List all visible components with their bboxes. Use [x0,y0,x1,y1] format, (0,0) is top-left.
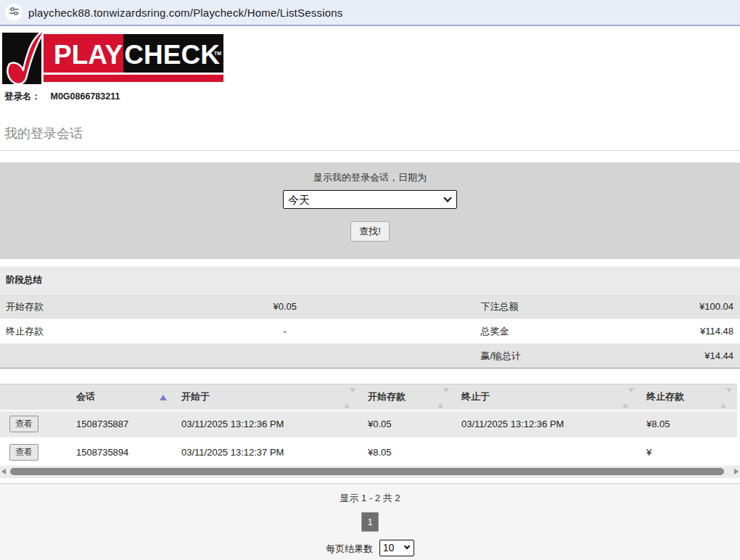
summary-label: 赢/输总计 [459,344,607,368]
logo-checkmark-box [2,33,41,84]
logo-text-check: CHECK TM [123,34,223,73]
session-row: 查看 1508735887 03/11/2025 13:12:36 PM ¥0.… [0,411,737,438]
sessions-table: 会话 开始于 开始存款 终止于 终止存款 查看 1508735887 03/11… [0,384,737,466]
browser-address-bar[interactable]: playcheck88.tonwizardsring.com/Playcheck… [0,0,740,26]
summary-value [111,344,459,368]
summary-value: ¥0.05 [111,295,459,319]
session-ended: 03/11/2025 13:12:36 PM [454,411,639,438]
search-panel: 显示我的登录会话，日期为 今天 查找! [0,162,740,259]
column-header-started[interactable]: 开始于 [174,384,361,411]
trademark-symbol: TM [214,36,221,72]
date-range-select[interactable]: 今天 [283,190,457,209]
summary-value: ¥14.44 [607,344,740,368]
summary-row: 终止存款 - 总奖金 ¥114.48 [0,319,740,344]
session-started: 03/11/2025 13:12:36 PM [174,411,361,438]
pagination-section: 显示 1 - 2 共 2 1 每页结果数 10 [0,483,740,560]
page-1-button[interactable]: 1 [361,512,378,532]
logo-text-play: PLAY [44,34,123,73]
summary-row: 开始存款 ¥0.05 下注总额 ¥100.04 [0,295,740,319]
login-name-label: 登录名： [4,91,41,102]
logo-red-stripe [44,75,223,82]
results-range-text: 显示 1 - 2 共 2 [0,492,740,505]
find-button[interactable]: 查找! [350,221,390,242]
summary-label: 总奖金 [459,319,607,344]
sort-ascending-icon [160,395,167,400]
column-header-end-balance[interactable]: 终止存款 [639,384,737,411]
sessions-header-row: 会话 开始于 开始存款 终止于 终止存款 [0,384,737,411]
summary-row: 赢/输总计 ¥14.44 [0,344,740,368]
view-session-button[interactable]: 查看 [9,444,38,461]
scrollbar-thumb[interactable] [10,468,724,475]
scroll-right-arrow-icon[interactable] [734,469,739,474]
session-end-balance: ¥ [639,438,737,466]
sort-icon [344,392,355,403]
search-label: 显示我的登录会话，日期为 [0,171,740,184]
summary-value: ¥100.04 [607,295,740,319]
session-end-balance: ¥8.05 [639,411,737,438]
summary-label: 下注总额 [459,295,607,319]
column-header-view [0,384,69,411]
tune-icon [9,6,20,20]
per-page-select[interactable]: 10 [379,540,414,556]
view-session-button[interactable]: 查看 [9,416,38,432]
login-name-value: M0G0866783211 [50,91,120,102]
sort-icon [437,392,449,403]
horizontal-scrollbar[interactable] [0,466,740,478]
login-name-line: 登录名： M0G0866783211 [4,91,740,103]
playcheck-logo: PLAY CHECK TM [2,33,223,84]
page-title: 我的登录会话 [0,125,740,151]
session-id: 1508735894 [69,438,174,466]
summary-label [0,344,111,368]
summary-header: 阶段总结 [0,267,740,295]
session-summary-table: 阶段总结 开始存款 ¥0.05 下注总额 ¥100.04 终止存款 - 总奖金 … [0,266,740,368]
summary-label: 开始存款 [0,295,111,319]
summary-label: 终止存款 [0,319,111,344]
column-header-session[interactable]: 会话 [69,384,174,411]
sort-icon [720,392,732,403]
sort-icon [622,392,634,403]
summary-value: - [111,319,459,344]
session-row: 查看 1508735894 03/11/2025 13:12:37 PM ¥8.… [0,438,737,466]
scroll-left-arrow-icon[interactable] [1,469,6,474]
session-ended [454,438,639,466]
column-header-ended[interactable]: 终止于 [454,384,639,411]
session-start-balance: ¥0.05 [361,411,454,438]
session-started: 03/11/2025 13:12:37 PM [174,438,361,466]
per-page-label: 每页结果数 [326,543,373,553]
url-text[interactable]: playcheck88.tonwizardsring.com/Playcheck… [28,7,342,19]
site-settings-button[interactable] [5,4,22,21]
logo-wordmark: PLAY CHECK TM [44,34,223,82]
session-id: 1508735887 [69,411,174,438]
column-header-start-balance[interactable]: 开始存款 [361,384,454,411]
session-start-balance: ¥8.05 [361,438,454,466]
summary-value: ¥114.48 [607,319,740,344]
